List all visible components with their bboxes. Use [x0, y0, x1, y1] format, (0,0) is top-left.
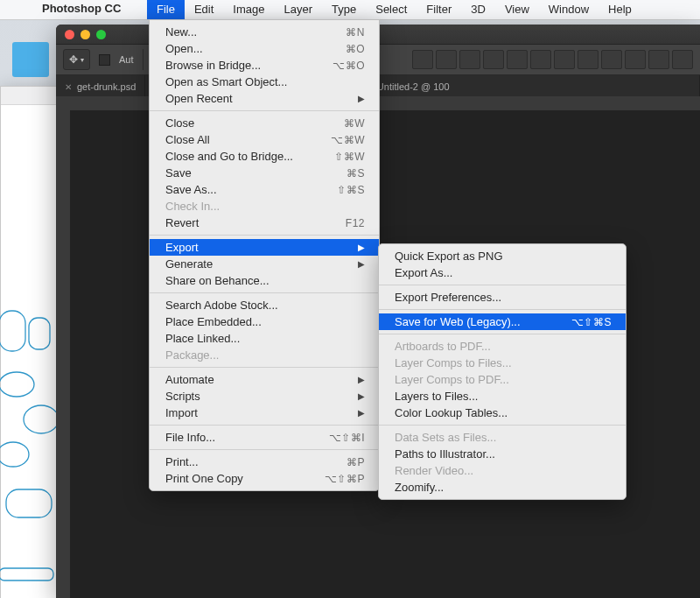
- menu-3d[interactable]: 3D: [461, 0, 495, 19]
- export-menu-item-paths-to-illustrator[interactable]: Paths to Illustrator...: [379, 446, 626, 462]
- window-zoom-button[interactable]: [96, 30, 106, 39]
- menu-item-label: Scripts: [165, 390, 337, 403]
- align-button[interactable]: [436, 50, 457, 69]
- document-tab-label: Untitled-2 @ 100: [377, 81, 450, 92]
- align-button[interactable]: [648, 50, 669, 69]
- align-button[interactable]: [601, 50, 622, 69]
- menu-item-label: Open as Smart Object...: [165, 75, 365, 88]
- file-menu-item-package: Package...: [150, 347, 379, 363]
- file-menu-item-open[interactable]: Open...⌘O: [150, 40, 379, 57]
- menu-item-shortcut: ⌥⇧⌘I: [329, 432, 365, 444]
- document-tab[interactable]: ✕Untitled-2 @ 100: [356, 75, 700, 98]
- menu-item-shortcut: ⌥⇧⌘P: [325, 473, 365, 485]
- file-menu-item-generate[interactable]: Generate▶: [150, 256, 379, 272]
- window-titlebar: [1, 87, 60, 105]
- window-close-button[interactable]: [65, 30, 74, 39]
- export-menu-item-layers-to-files[interactable]: Layers to Files...: [379, 388, 626, 405]
- menu-separator: [379, 334, 626, 334]
- file-menu-item-revert[interactable]: RevertF12: [150, 215, 379, 231]
- file-menu-item-automate[interactable]: Automate▶: [150, 371, 379, 388]
- menu-item-label: Search Adobe Stock...: [165, 299, 365, 312]
- menu-item-label: Layer Comps to PDF...: [395, 373, 612, 386]
- menu-filter[interactable]: Filter: [416, 0, 461, 19]
- file-menu-item-scripts[interactable]: Scripts▶: [150, 388, 379, 405]
- menu-separator: [150, 449, 379, 450]
- app-name[interactable]: Photoshop CC: [42, 2, 121, 15]
- menu-window[interactable]: Window: [539, 0, 598, 19]
- menu-item-label: Data Sets as Files...: [395, 431, 612, 444]
- file-menu-item-browse-in-bridge[interactable]: Browse in Bridge...⌥⌘O: [150, 57, 379, 74]
- window-minimize-button[interactable]: [80, 30, 90, 39]
- align-button[interactable]: [554, 50, 575, 69]
- menu-layer[interactable]: Layer: [275, 0, 323, 19]
- menu-item-label: Export As...: [395, 266, 612, 279]
- align-button[interactable]: [507, 50, 528, 69]
- file-menu-item-export[interactable]: Export▶: [150, 239, 379, 256]
- file-menu-item-close-all[interactable]: Close All⌥⌘W: [150, 131, 379, 148]
- file-menu-item-search-adobe-stock[interactable]: Search Adobe Stock...: [150, 297, 379, 313]
- menu-item-label: Close All: [165, 133, 310, 146]
- menu-separator: [150, 235, 379, 236]
- file-menu-item-share-on-behance[interactable]: Share on Behance...: [150, 272, 379, 289]
- menu-item-shortcut: ⌘W: [344, 117, 365, 130]
- file-menu-item-close-and-go-to-bridge[interactable]: Close and Go to Bridge...⇧⌘W: [150, 148, 379, 165]
- file-menu-item-save[interactable]: Save⌘S: [150, 165, 379, 181]
- align-button[interactable]: [412, 50, 433, 69]
- svg-rect-6: [0, 568, 53, 580]
- menu-type[interactable]: Type: [322, 0, 366, 19]
- tool-preset[interactable]: ✥ ▾: [63, 49, 90, 70]
- menu-image[interactable]: Image: [223, 0, 274, 19]
- export-menu-item-export-preferences[interactable]: Export Preferences...: [379, 289, 626, 306]
- menu-item-shortcut: ⇧⌘W: [334, 151, 365, 163]
- menu-separator: [379, 285, 626, 285]
- document-tab[interactable]: ✕get-drunk.psd: [56, 75, 145, 98]
- file-menu-item-open-as-smart-object[interactable]: Open as Smart Object...: [150, 74, 379, 90]
- menu-item-label: Open Recent: [165, 92, 337, 105]
- menu-select[interactable]: Select: [366, 0, 416, 19]
- file-menu-item-print[interactable]: Print...⌘P: [150, 454, 379, 470]
- menu-item-shortcut: ⌘S: [346, 167, 365, 179]
- export-menu-item-save-for-web-legacy[interactable]: Save for Web (Legacy)...⌥⇧⌘S: [379, 313, 626, 330]
- auto-select-checkbox[interactable]: [99, 54, 110, 66]
- export-menu-item-export-as[interactable]: Export As...: [379, 264, 626, 281]
- menu-item-label: Layer Comps to Files...: [395, 356, 612, 369]
- align-button[interactable]: [672, 50, 693, 69]
- menu-item-shortcut: ⇧⌘S: [337, 184, 365, 196]
- menu-item-label: Generate: [165, 257, 337, 271]
- menu-edit[interactable]: Edit: [185, 0, 223, 19]
- menu-item-shortcut: ⌘O: [346, 43, 365, 55]
- menu-item-label: Save: [165, 166, 326, 179]
- menu-help[interactable]: Help: [598, 0, 641, 19]
- menu-separator: [379, 309, 626, 310]
- align-button[interactable]: [483, 50, 504, 69]
- menu-item-shortcut: ⌥⌘O: [332, 60, 365, 72]
- export-menu-item-quick-export-as-png[interactable]: Quick Export as PNG: [379, 248, 626, 264]
- menu-item-label: Close and Go to Bridge...: [165, 150, 313, 163]
- align-button[interactable]: [578, 50, 598, 69]
- align-button[interactable]: [459, 50, 480, 69]
- menu-item-label: Browse in Bridge...: [165, 59, 312, 72]
- menu-item-label: Print One Copy: [165, 472, 304, 485]
- menu-separator: [379, 425, 626, 426]
- file-menu-item-file-info[interactable]: File Info...⌥⇧⌘I: [150, 429, 379, 446]
- move-tool-icon: ✥: [69, 53, 76, 66]
- menu-view[interactable]: View: [495, 0, 539, 19]
- svg-rect-5: [6, 489, 52, 517]
- file-menu-item-save-as[interactable]: Save As...⇧⌘S: [150, 181, 379, 198]
- menu-item-label: Paths to Illustrator...: [395, 447, 612, 461]
- menu-item-shortcut: ⌘P: [346, 456, 365, 468]
- export-menu-item-zoomify[interactable]: Zoomify...: [379, 479, 626, 496]
- menu-file[interactable]: File: [147, 0, 185, 19]
- file-menu-item-print-one-copy[interactable]: Print One Copy⌥⇧⌘P: [150, 470, 379, 487]
- align-button[interactable]: [625, 50, 646, 69]
- align-button[interactable]: [530, 50, 551, 69]
- file-menu-item-close[interactable]: Close⌘W: [150, 115, 379, 131]
- file-menu-item-place-linked[interactable]: Place Linked...: [150, 330, 379, 347]
- file-menu-item-place-embedded[interactable]: Place Embedded...: [150, 313, 379, 330]
- close-tab-icon[interactable]: ✕: [65, 82, 72, 92]
- export-menu-item-color-lookup-tables[interactable]: Color Lookup Tables...: [379, 405, 626, 421]
- ruler-vertical: [56, 96, 71, 598]
- file-menu-item-new[interactable]: New...⌘N: [150, 24, 379, 40]
- file-menu-item-import[interactable]: Import▶: [150, 405, 379, 421]
- file-menu-item-open-recent[interactable]: Open Recent▶: [150, 90, 379, 107]
